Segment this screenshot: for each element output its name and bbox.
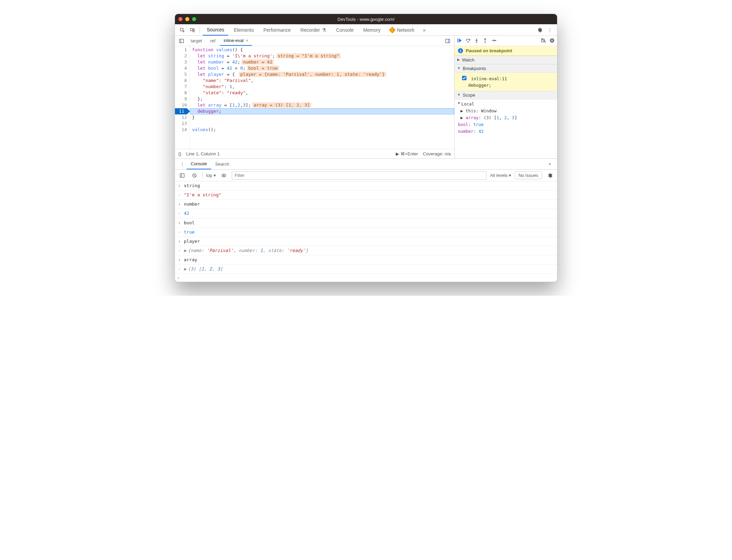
drawer-tab-console[interactable]: Console bbox=[187, 159, 211, 169]
drawer-menu-icon[interactable]: ⋮ bbox=[178, 160, 187, 169]
console-output-row[interactable]: ▶(3) [1, 2, 3] bbox=[175, 265, 557, 274]
editor-tabs: target ref inline-eval× bbox=[175, 36, 454, 46]
scope-bool[interactable]: bool: true bbox=[458, 121, 554, 128]
window-title: DevTools - www.google.com/ bbox=[175, 17, 557, 22]
live-expression-icon[interactable] bbox=[219, 171, 228, 180]
flask-icon: ⚗︎ bbox=[322, 27, 326, 33]
console-input-row[interactable]: number bbox=[175, 200, 557, 209]
tab-elements[interactable]: Elements bbox=[230, 24, 258, 36]
drawer-tabs: ⋮ Console Search × bbox=[175, 159, 557, 170]
tab-network[interactable]: !Network bbox=[386, 24, 418, 36]
more-tabs-icon[interactable]: » bbox=[420, 26, 429, 34]
issues-button[interactable]: No Issues bbox=[515, 171, 542, 179]
console-prompt[interactable] bbox=[175, 274, 557, 282]
devtools-window: DevTools - www.google.com/ Sources Eleme… bbox=[175, 14, 557, 282]
scope-this[interactable]: ▶ this: Window bbox=[458, 108, 554, 114]
step-button[interactable] bbox=[491, 38, 497, 44]
inspect-element-icon[interactable] bbox=[178, 26, 187, 34]
warning-icon: ! bbox=[389, 27, 396, 33]
svg-rect-4 bbox=[446, 39, 450, 43]
tab-memory[interactable]: Memory bbox=[359, 24, 385, 36]
navigator-toggle-icon[interactable] bbox=[177, 37, 186, 45]
svg-point-8 bbox=[485, 42, 485, 42]
tab-recorder[interactable]: Recorder⚗︎ bbox=[296, 24, 331, 36]
drawer: ⋮ Console Search × top ▾ All levels ▾ No… bbox=[175, 159, 557, 282]
tab-sources[interactable]: Sources bbox=[203, 24, 228, 36]
editor-pane: target ref inline-eval× 1234567891011121… bbox=[175, 36, 455, 158]
console-output-row[interactable]: 42 bbox=[175, 209, 557, 218]
console-output[interactable]: string"I'm a string"number42booltrueplay… bbox=[175, 181, 557, 274]
breakpoints-section-header[interactable]: ▼Breakpoints bbox=[455, 64, 557, 73]
watch-section-header[interactable]: ▶Watch bbox=[455, 56, 557, 64]
deactivate-breakpoints-button[interactable] bbox=[541, 38, 546, 44]
console-input-row[interactable]: array bbox=[175, 255, 557, 265]
svg-rect-12 bbox=[552, 39, 553, 41]
coverage-status: Coverage: n/a bbox=[423, 151, 451, 156]
sources-panel: target ref inline-eval× 1234567891011121… bbox=[175, 36, 557, 159]
svg-rect-13 bbox=[180, 173, 184, 177]
drawer-tab-search[interactable]: Search bbox=[211, 159, 233, 169]
scope-array[interactable]: ▶ array: (3) [1, 2, 3] bbox=[458, 114, 554, 121]
panel-tabbar: Sources Elements Performance Recorder⚗︎ … bbox=[175, 24, 557, 36]
debugger-sidebar-toggle-icon[interactable] bbox=[443, 37, 452, 45]
step-into-button[interactable] bbox=[474, 38, 479, 44]
svg-point-7 bbox=[476, 42, 477, 42]
settings-gear-icon[interactable] bbox=[535, 26, 544, 34]
svg-rect-11 bbox=[551, 39, 552, 41]
svg-point-9 bbox=[495, 40, 496, 41]
console-input-row[interactable]: bool bbox=[175, 219, 557, 228]
editor-statusbar: {} Line 1, Column 1 ▶ ⌘+Enter Coverage: … bbox=[175, 149, 454, 158]
console-filter-input[interactable] bbox=[232, 171, 487, 180]
scope-number[interactable]: number: 42 bbox=[458, 128, 554, 135]
debugger-toolbar bbox=[455, 36, 557, 46]
device-toolbar-icon[interactable] bbox=[188, 26, 197, 34]
step-over-button[interactable] bbox=[465, 38, 471, 44]
tab-console[interactable]: Console bbox=[332, 24, 357, 36]
svg-point-16 bbox=[223, 175, 225, 176]
pretty-print-icon[interactable]: {} bbox=[178, 151, 181, 156]
console-output-row[interactable]: ▶{name: 'Parzival', number: 1, state: 'r… bbox=[175, 246, 557, 255]
debugger-sidebar: i Paused on breakpoint ▶Watch ▼Breakpoin… bbox=[455, 36, 557, 158]
close-tab-icon[interactable]: × bbox=[246, 38, 248, 43]
console-settings-icon[interactable] bbox=[545, 171, 554, 180]
breakpoint-item[interactable]: inline-eval:11 debugger; bbox=[455, 73, 557, 91]
info-icon: i bbox=[458, 48, 463, 53]
code-editor[interactable]: 1234567891011121314function values() { l… bbox=[175, 46, 454, 149]
console-output-row[interactable]: "I'm a string" bbox=[175, 191, 557, 200]
kebab-menu-icon[interactable]: ⋮ bbox=[545, 26, 554, 34]
pause-on-exceptions-button[interactable] bbox=[549, 38, 555, 44]
editor-tab-target[interactable]: target bbox=[187, 36, 205, 46]
titlebar: DevTools - www.google.com/ bbox=[175, 14, 557, 24]
svg-rect-3 bbox=[179, 39, 184, 43]
console-output-row[interactable]: true bbox=[175, 228, 557, 237]
editor-tab-ref[interactable]: ref bbox=[207, 36, 219, 46]
console-toolbar: top ▾ All levels ▾ No Issues bbox=[175, 170, 557, 181]
console-input-row[interactable]: player bbox=[175, 237, 557, 246]
svg-rect-5 bbox=[458, 38, 458, 42]
cursor-position: Line 1, Column 1 bbox=[186, 151, 220, 156]
scope-section-header[interactable]: ▼Scope bbox=[455, 91, 557, 99]
scope-local: ▼Local ▶ this: Window ▶ array: (3) [1, 2… bbox=[455, 99, 557, 136]
editor-tab-inline-eval[interactable]: inline-eval× bbox=[220, 36, 252, 46]
svg-point-6 bbox=[467, 41, 468, 42]
context-selector[interactable]: top ▾ bbox=[206, 173, 216, 178]
clear-console-icon[interactable] bbox=[190, 171, 199, 180]
pause-reason-bar: i Paused on breakpoint bbox=[455, 46, 557, 56]
run-snippet-button[interactable]: ▶ ⌘+Enter bbox=[396, 151, 418, 156]
breakpoint-checkbox[interactable] bbox=[462, 76, 466, 80]
tab-performance[interactable]: Performance bbox=[259, 24, 295, 36]
close-drawer-icon[interactable]: × bbox=[545, 160, 554, 169]
console-sidebar-toggle-icon[interactable] bbox=[178, 171, 187, 180]
svg-point-10 bbox=[550, 38, 554, 43]
step-out-button[interactable] bbox=[482, 38, 488, 44]
levels-dropdown[interactable]: All levels ▾ bbox=[490, 173, 511, 178]
resume-button[interactable] bbox=[457, 38, 462, 44]
console-input-row[interactable]: string bbox=[175, 181, 557, 191]
